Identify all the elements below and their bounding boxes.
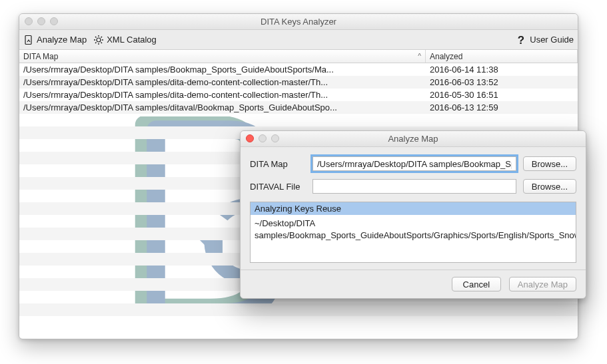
dialog-footer: Cancel Analyze Map [241, 270, 586, 298]
document-arrow-icon [23, 35, 34, 45]
minimize-icon [259, 134, 267, 142]
dita-map-input[interactable] [312, 156, 516, 171]
ditaval-input[interactable] [312, 179, 516, 194]
svg-line-6 [95, 37, 97, 38]
cancel-button[interactable]: Cancel [452, 277, 501, 291]
main-titlebar[interactable]: DITA Keys Analyzer [19, 14, 578, 30]
cell-dita-map: /Users/rmraya/Desktop/DITA samples/dita-… [19, 90, 426, 100]
ditaval-field-row: DITAVAL File Browse... [250, 179, 576, 194]
analyze-map-label: Analyze Map [37, 35, 87, 45]
table-row[interactable]: /Users/rmraya/Desktop/DITA samples/Bookm… [19, 63, 578, 76]
svg-line-9 [101, 37, 103, 38]
dialog-body: DITA Map Browse... DITAVAL File Browse..… [241, 147, 586, 270]
dialog-titlebar[interactable]: Analyze Map [241, 131, 586, 147]
table-row[interactable]: /Users/rmraya/Desktop/DITA samples/dita-… [19, 89, 578, 101]
cell-analyzed: 2016-06-03 13:52 [426, 77, 578, 87]
status-body: ~/Desktop/DITA samples/Bookmap_Sports_Gu… [251, 215, 576, 244]
cell-dita-map: /Users/rmraya/Desktop/DITA samples/Bookm… [19, 65, 426, 75]
zoom-icon[interactable] [50, 17, 58, 25]
status-panel: Analyzing Keys Reuse ~/Desktop/DITA samp… [250, 202, 576, 263]
cell-analyzed: 2016-05-30 16:51 [426, 90, 578, 100]
empty-row [19, 114, 578, 126]
dialog-window-controls[interactable] [246, 134, 279, 142]
minimize-icon[interactable] [37, 17, 45, 25]
cell-dita-map: /Users/rmraya/Desktop/DITA samples/dita-… [19, 77, 426, 87]
status-header: Analyzing Keys Reuse [251, 202, 576, 215]
cell-analyzed: 2016-06-14 11:38 [426, 65, 578, 75]
xml-catalog-button[interactable]: XML Catalog [93, 35, 157, 45]
analyze-map-submit-button[interactable]: Analyze Map [509, 277, 576, 291]
svg-line-7 [101, 42, 103, 43]
table-header: DITA Map ^ Analyzed [19, 50, 578, 63]
column-analyzed[interactable]: Analyzed [426, 50, 578, 63]
gear-icon [93, 35, 104, 45]
column-dita-map-label: DITA Map [23, 52, 58, 61]
empty-row [19, 316, 578, 329]
cell-analyzed: 2016-06-13 12:59 [426, 102, 578, 112]
analyze-map-dialog: Analyze Map DITA Map Browse... DITAVAL F… [240, 130, 586, 299]
browse-ditaval-button[interactable]: Browse... [523, 179, 576, 194]
dita-map-label: DITA Map [250, 159, 306, 169]
table-row[interactable]: /Users/rmraya/Desktop/DITA samples/ditav… [19, 101, 578, 114]
window-title: DITA Keys Analyzer [19, 17, 578, 27]
svg-line-8 [95, 42, 97, 43]
window-controls[interactable] [25, 17, 58, 25]
zoom-icon [271, 134, 279, 142]
close-icon[interactable] [246, 134, 254, 142]
help-icon: ? [515, 34, 527, 46]
table-row[interactable]: /Users/rmraya/Desktop/DITA samples/dita-… [19, 76, 578, 89]
user-guide-button[interactable]: ? User Guide [515, 34, 574, 46]
analyze-map-button[interactable]: Analyze Map [23, 35, 87, 45]
dialog-title: Analyze Map [241, 134, 586, 144]
cell-dita-map: /Users/rmraya/Desktop/DITA samples/ditav… [19, 102, 426, 112]
close-icon[interactable] [25, 17, 33, 25]
browse-dita-map-button[interactable]: Browse... [523, 156, 576, 171]
svg-point-1 [97, 38, 101, 42]
empty-row [19, 303, 578, 316]
column-analyzed-label: Analyzed [430, 52, 462, 61]
dita-map-field-row: DITA Map Browse... [250, 156, 576, 171]
main-toolbar: Analyze Map XML Catalog ? User Guide [19, 30, 578, 50]
xml-catalog-label: XML Catalog [107, 35, 157, 45]
column-dita-map[interactable]: DITA Map ^ [19, 50, 426, 63]
svg-text:?: ? [518, 34, 524, 46]
ditaval-label: DITAVAL File [250, 182, 306, 192]
user-guide-label: User Guide [530, 35, 574, 45]
sort-ascending-icon: ^ [418, 53, 421, 60]
